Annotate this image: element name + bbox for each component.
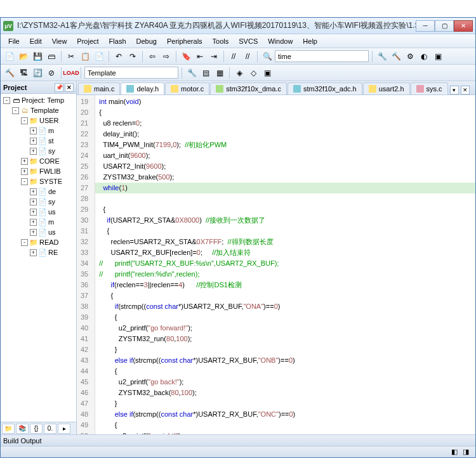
rebuild-button[interactable]: 🔄 <box>31 67 44 79</box>
sidebar-tab-books[interactable]: 📚 <box>16 424 29 434</box>
sidebar-title: Project <box>3 84 53 91</box>
find-combo[interactable] <box>275 50 369 62</box>
find-button[interactable]: 🔍 <box>261 50 274 63</box>
tb1-btn-d[interactable]: ◐ <box>418 50 430 63</box>
nav-fwd-button[interactable]: ⇨ <box>160 50 173 63</box>
tree-group-read[interactable]: -📁READ <box>2 237 75 247</box>
comment-button[interactable]: // <box>227 50 240 63</box>
tree-file-user-0[interactable]: +📄m <box>2 126 75 136</box>
tb2-btn-b[interactable]: ▦ <box>213 67 226 79</box>
menu-debug[interactable]: Debug <box>131 36 162 47</box>
status-icon-1: ◧ <box>451 448 460 457</box>
tree-file-syste-0[interactable]: +📄de <box>2 186 75 197</box>
indent-button[interactable]: ⇤ <box>194 50 206 63</box>
tab-main-c[interactable]: main.c <box>78 82 120 94</box>
copy-button[interactable]: 📋 <box>79 50 91 63</box>
tb2-btn-e[interactable]: ▣ <box>261 67 274 79</box>
options-button[interactable]: 🔧 <box>185 67 198 79</box>
open-file-button[interactable]: 📂 <box>17 50 30 63</box>
tab-list-button[interactable]: ▾ <box>450 86 459 94</box>
minimize-button[interactable]: ─ <box>416 20 435 32</box>
redo-button[interactable]: ↷ <box>126 50 139 63</box>
menu-flash[interactable]: Flash <box>104 36 131 47</box>
project-sidebar: Project 📌 ✕ -🗃Project: Temp-🗂Template-📁U… <box>1 81 77 434</box>
outdent-button[interactable]: ⇥ <box>208 50 220 63</box>
tb2-btn-c[interactable]: ◈ <box>233 67 246 79</box>
tree-group-fwlib[interactable]: +📁FWLIB <box>2 166 75 176</box>
tb1-btn-e[interactable]: ▣ <box>432 50 444 63</box>
editor-area: main.cdelay.hmotor.cstm32f10x_dma.cstm32… <box>77 81 475 434</box>
tree-file-syste-4[interactable]: +📄us <box>2 227 75 237</box>
build-output-title: Build Output <box>3 437 42 445</box>
tab-sys-c[interactable]: sys.c <box>411 82 448 94</box>
save-button[interactable]: 💾 <box>31 50 44 63</box>
build-button[interactable]: 🔨 <box>3 67 16 79</box>
tree-project-root[interactable]: -🗃Project: Temp <box>2 95 75 105</box>
menu-file[interactable]: File <box>3 36 25 47</box>
tree-file-read-0[interactable]: +📄RE <box>2 247 75 257</box>
sidebar-tab-functions[interactable]: {} <box>30 424 43 434</box>
status-icon-2: ◨ <box>463 448 472 457</box>
sidebar-tab-more[interactable]: ▸ <box>58 424 70 434</box>
stop-build-button[interactable]: ⊘ <box>45 67 58 79</box>
tab-usart2-h[interactable]: usart2.h <box>363 82 410 94</box>
sidebar-pin-button[interactable]: 📌 <box>55 83 63 92</box>
tree-file-syste-1[interactable]: +📄sy <box>2 197 75 207</box>
new-file-button[interactable]: 📄 <box>3 50 16 63</box>
build-output-panel[interactable]: Build Output <box>1 434 475 446</box>
code-editor[interactable]: 1920212223242526272829303132333435363738… <box>77 95 475 434</box>
tree-target[interactable]: -🗂Template <box>2 105 75 115</box>
tb2-btn-d[interactable]: ◇ <box>247 67 260 79</box>
tab-motor-c[interactable]: motor.c <box>165 82 209 94</box>
bookmark-button[interactable]: 🔖 <box>180 50 192 63</box>
menubar: FileEditViewProjectFlashDebugPeripherals… <box>1 34 475 48</box>
nav-back-button[interactable]: ⇦ <box>146 50 159 63</box>
window-title: I:\ZYSTM32-A1客户光盘\智宇科技 ZYAR40A 亚克力四驱机器人W… <box>17 20 416 31</box>
menu-tools[interactable]: Tools <box>208 36 234 47</box>
target-combo[interactable] <box>84 67 178 79</box>
tree-group-syste[interactable]: -📁SYSTE <box>2 176 75 186</box>
titlebar: μV I:\ZYSTM32-A1客户光盘\智宇科技 ZYAR40A 亚克力四驱机… <box>1 18 475 34</box>
save-all-button[interactable]: 🗃 <box>45 50 58 63</box>
menu-edit[interactable]: Edit <box>25 36 47 47</box>
paste-button[interactable]: 📄 <box>93 50 105 63</box>
statusbar: ◧ ◨ <box>1 446 475 457</box>
app-icon: μV <box>3 21 13 31</box>
tree-file-syste-2[interactable]: +📄us <box>2 207 75 217</box>
sidebar-tab-templates[interactable]: 0. <box>44 424 56 434</box>
tab-delay-h[interactable]: delay.h <box>121 82 164 94</box>
tb2-btn-a[interactable]: ▤ <box>199 67 212 79</box>
menu-project[interactable]: Project <box>72 36 103 47</box>
code-text[interactable]: int main(void) { u8 reclen=0; delay_init… <box>95 95 475 434</box>
menu-view[interactable]: View <box>47 36 72 47</box>
menu-svcs[interactable]: SVCS <box>234 36 263 47</box>
toolbar-1: 📄 📂 💾 🗃 ✂ 📋 📄 ↶ ↷ ⇦ ⇨ 🔖 ⇤ ⇥ // // 🔍 🔧 🔨 … <box>1 48 475 65</box>
undo-button[interactable]: ↶ <box>112 50 125 63</box>
line-gutter: 1920212223242526272829303132333435363738… <box>77 95 95 434</box>
tab-stm32f10x_adc-h[interactable]: stm32f10x_adc.h <box>288 82 362 94</box>
sidebar-header: Project 📌 ✕ <box>1 81 76 94</box>
tb1-btn-a[interactable]: 🔧 <box>376 50 388 63</box>
tb1-btn-c[interactable]: ⚙ <box>404 50 416 63</box>
close-button[interactable]: ✕ <box>454 20 473 32</box>
menu-peripherals[interactable]: Peripherals <box>162 36 208 47</box>
maximize-button[interactable]: ▢ <box>435 20 454 32</box>
tree-file-user-2[interactable]: +📄sy <box>2 146 75 156</box>
cut-button[interactable]: ✂ <box>65 50 77 63</box>
tab-close-button[interactable]: ✕ <box>461 86 470 94</box>
tree-group-core[interactable]: +📁CORE <box>2 156 75 166</box>
sidebar-tab-project[interactable]: 📁 <box>2 424 15 434</box>
tree-file-user-1[interactable]: +📄st <box>2 136 75 146</box>
build-all-button[interactable]: 🏗 <box>17 67 30 79</box>
tree-group-user[interactable]: -📁USER <box>2 115 75 126</box>
uncomment-button[interactable]: // <box>241 50 254 63</box>
tree-file-syste-3[interactable]: +📄m <box>2 217 75 227</box>
download-button[interactable]: LOAD <box>65 67 77 79</box>
menu-window[interactable]: Window <box>263 36 298 47</box>
project-tree[interactable]: -🗃Project: Temp-🗂Template-📁USER+📄m+📄st+📄… <box>1 94 76 422</box>
tb1-btn-b[interactable]: 🔨 <box>390 50 402 63</box>
app-window: μV I:\ZYSTM32-A1客户光盘\智宇科技 ZYAR40A 亚克力四驱机… <box>0 17 476 458</box>
menu-help[interactable]: Help <box>298 36 322 47</box>
tab-stm32f10x_dma-c[interactable]: stm32f10x_dma.c <box>210 82 287 94</box>
sidebar-close-button[interactable]: ✕ <box>65 83 74 92</box>
